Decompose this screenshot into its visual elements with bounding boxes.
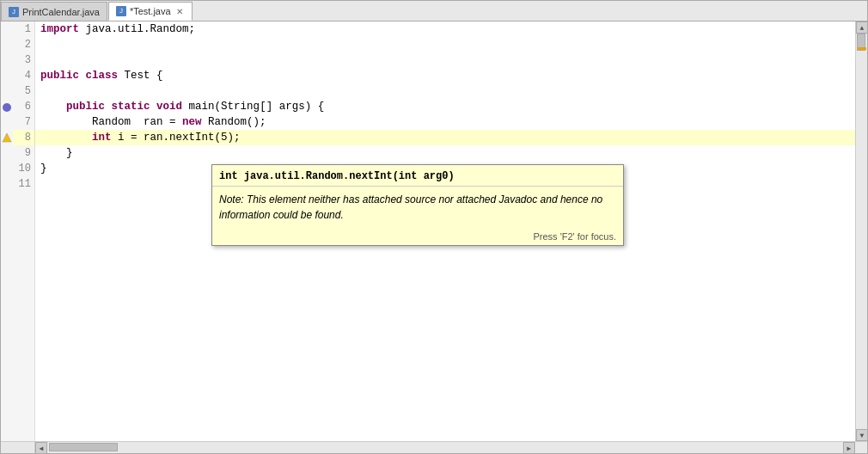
scrollbar-up-arrow[interactable]: ▲ [856, 21, 867, 34]
code-line-9: } [35, 145, 855, 161]
tooltip-header: int java.util.Random.nextInt(int arg0) [212, 165, 623, 187]
java-file-icon-2: J [116, 6, 126, 16]
annotation-column [1, 21, 13, 441]
horizontal-scrollbar[interactable]: ◀ ▶ [1, 441, 867, 453]
linenum-5: 5 [13, 83, 34, 99]
line-number-column: 1 2 3 4 5 6 7 8 9 10 11 [13, 21, 35, 441]
scrollbar-right-arrow[interactable]: ▶ [843, 442, 855, 454]
tab-close-button[interactable]: ✕ [174, 7, 185, 16]
breakpoint-icon [2, 101, 12, 112]
annot-11 [1, 176, 13, 192]
scrollbar-h-corner-left [1, 442, 35, 453]
linenum-4: 4 [13, 68, 34, 83]
editor-area: 1 2 3 4 5 6 7 8 9 10 11 import java.util… [1, 21, 867, 441]
tab-test-label: *Test.java [130, 6, 171, 16]
linenum-7: 7 [13, 114, 34, 130]
warning-icon [2, 132, 12, 143]
tab-bar: J PrintCalendar.java J *Test.java ✕ [1, 1, 867, 21]
scrollbar-h-track[interactable] [47, 442, 843, 453]
java-file-icon: J [9, 7, 19, 17]
scrollbar-h-thumb[interactable] [49, 443, 118, 451]
javadoc-tooltip: int java.util.Random.nextInt(int arg0) N… [211, 164, 624, 246]
tooltip-footer: Press 'F2' for focus. [212, 228, 623, 245]
linenum-9: 9 [13, 145, 34, 161]
linenum-10: 10 [13, 161, 34, 176]
code-line-2 [35, 37, 855, 52]
annot-7 [1, 114, 13, 130]
annot-5 [1, 83, 13, 99]
annot-9 [1, 145, 13, 161]
code-line-4: public class Test { [35, 68, 855, 83]
svg-point-0 [3, 103, 11, 112]
tab-print-calendar-label: PrintCalendar.java [22, 7, 100, 17]
scrollbar-down-arrow[interactable]: ▼ [856, 429, 867, 441]
linenum-11: 11 [13, 176, 34, 192]
scrollbar-h-corner-right [855, 442, 867, 453]
linenum-6: 6 [13, 99, 34, 114]
tab-test[interactable]: J *Test.java ✕ [108, 2, 193, 21]
code-line-3 [35, 52, 855, 68]
annot-6 [1, 99, 13, 114]
annot-4 [1, 68, 13, 83]
annot-10 [1, 161, 13, 176]
code-line-6: public static void main(String[] args) { [35, 99, 855, 114]
annot-2 [1, 37, 13, 52]
linenum-1: 1 [13, 21, 34, 37]
linenum-8: 8 [13, 130, 34, 145]
annot-3 [1, 52, 13, 68]
right-scrollbar[interactable]: ▲ ▼ [855, 21, 867, 441]
scrollbar-track[interactable] [856, 34, 867, 429]
code-editor[interactable]: import java.util.Random; public class Te… [35, 21, 855, 441]
code-line-5 [35, 83, 855, 99]
code-line-7: Random ran = new Random(); [35, 114, 855, 130]
annot-8 [1, 130, 13, 145]
main-window: J PrintCalendar.java J *Test.java ✕ [0, 0, 868, 454]
code-line-8: int i = ran.nextInt(5); [35, 130, 855, 145]
tooltip-body: Note: This element neither has attached … [212, 187, 623, 228]
tab-print-calendar[interactable]: J PrintCalendar.java [1, 2, 107, 21]
scrollbar-left-arrow[interactable]: ◀ [35, 442, 47, 454]
svg-marker-1 [3, 133, 11, 142]
annot-1 [1, 21, 13, 37]
left-gutter: 1 2 3 4 5 6 7 8 9 10 11 [1, 21, 35, 441]
code-line-1: import java.util.Random; [35, 21, 855, 37]
overview-marker [858, 47, 866, 50]
linenum-3: 3 [13, 52, 34, 68]
linenum-2: 2 [13, 37, 34, 52]
